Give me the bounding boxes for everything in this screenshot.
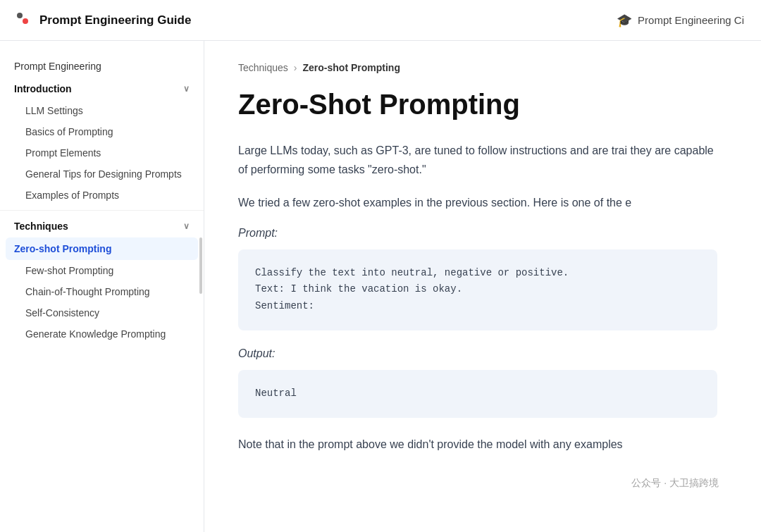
sidebar-item-few-shot[interactable]: Few-shot Prompting (0, 260, 204, 281)
site-title: Prompt Engineering Guide (39, 13, 191, 27)
header: Prompt Engineering Guide 🎓 Prompt Engine… (0, 0, 761, 41)
sidebar-item-prompt-elements[interactable]: Prompt Elements (0, 142, 204, 163)
prompt-label: Prompt: (238, 227, 727, 240)
output-code-text: Neutral (255, 388, 297, 399)
breadcrumb-parent[interactable]: Techniques (238, 62, 288, 73)
main-content: Techniques › Zero-shot Prompting Zero-Sh… (204, 41, 761, 532)
prompt-code-text: Classify the text into neutral, negative… (255, 267, 569, 312)
breadcrumb: Techniques › Zero-shot Prompting (238, 62, 727, 73)
chevron-down-icon: ∨ (183, 84, 190, 94)
sidebar-item-chain-of-thought[interactable]: Chain-of-Thought Prompting (0, 281, 204, 302)
header-right[interactable]: 🎓 Prompt Engineering Ci (617, 13, 744, 28)
sidebar-section-introduction[interactable]: Introduction ∨ (0, 78, 204, 100)
sidebar-item-examples-of-prompts[interactable]: Examples of Prompts (0, 185, 204, 206)
page-title: Zero-Shot Prompting (238, 87, 727, 121)
sidebar-item-prompt-engineering[interactable]: Prompt Engineering (0, 55, 204, 78)
header-left: Prompt Engineering Guide (17, 13, 191, 28)
logo-icon (17, 13, 32, 28)
header-right-label: Prompt Engineering Ci (638, 14, 744, 26)
chevron-down-icon-2: ∨ (183, 221, 190, 231)
sidebar: Prompt Engineering Introduction ∨ LLM Se… (0, 41, 204, 532)
breadcrumb-current: Zero-shot Prompting (303, 62, 400, 73)
sidebar-item-generate-knowledge[interactable]: Generate Knowledge Prompting (0, 323, 204, 345)
sidebar-item-basics-of-prompting[interactable]: Basics of Prompting (0, 121, 204, 142)
sidebar-divider (0, 210, 204, 211)
output-code-block: Neutral (238, 370, 717, 418)
sidebar-section-techniques[interactable]: Techniques ∨ (0, 215, 204, 237)
output-label: Output: (238, 347, 727, 360)
sidebar-item-general-tips[interactable]: General Tips for Designing Prompts (0, 163, 204, 185)
sidebar-item-self-consistency[interactable]: Self-Consistency (0, 302, 204, 323)
note-text: Note that in the prompt above we didn't … (238, 435, 727, 454)
layout: Prompt Engineering Introduction ∨ LLM Se… (0, 41, 761, 532)
course-icon: 🎓 (617, 13, 632, 28)
intro-paragraph-1: Large LLMs today, such as GPT-3, are tun… (238, 141, 717, 179)
breadcrumb-separator: › (294, 62, 297, 73)
intro-paragraph-2: We tried a few zero-shot examples in the… (238, 193, 717, 212)
sidebar-item-llm-settings[interactable]: LLM Settings (0, 100, 204, 121)
sidebar-item-zero-shot[interactable]: Zero-shot Prompting (6, 237, 198, 260)
sidebar-scrollbar[interactable] (199, 237, 202, 294)
prompt-code-block: Classify the text into neutral, negative… (238, 249, 717, 330)
